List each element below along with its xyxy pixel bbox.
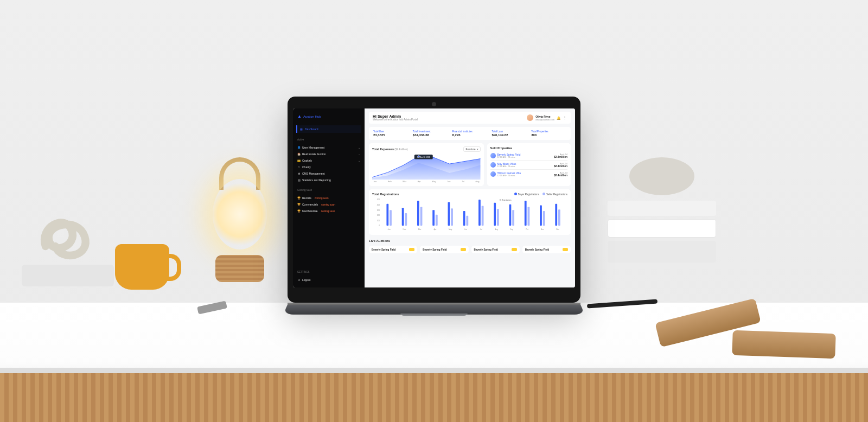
sidebar-item-label: Dashboard bbox=[305, 127, 318, 131]
svg-rect-25 bbox=[466, 216, 468, 226]
bell-icon[interactable]: 🔔 bbox=[557, 116, 560, 120]
user-email: olivia@auction.com bbox=[535, 118, 554, 121]
live-auction-card[interactable]: Beverly Spring Field bbox=[369, 246, 417, 253]
sidebar-item-charity[interactable]: ♡Charity bbox=[296, 164, 361, 170]
svg-text:Oct: Oct bbox=[526, 228, 528, 231]
sidebar-item-dashboard[interactable]: ▦ Dashboard bbox=[296, 125, 361, 133]
heart-icon: ♡ bbox=[297, 165, 301, 169]
building-icon: 🏠 bbox=[297, 152, 301, 156]
sidebar-item-merchandise[interactable]: 🏆Merchandisecoming soon bbox=[296, 208, 361, 214]
page-subtitle: Welcome to the Auction hub Admin Portal bbox=[373, 118, 418, 121]
total-expenses-card: Total Expenses ($2.4million) Furniture ▾… bbox=[369, 143, 484, 186]
page-title: Hi Super Admin bbox=[373, 114, 418, 118]
svg-text:Aug: Aug bbox=[495, 228, 498, 231]
property-name: Beverly Spring Field bbox=[497, 154, 521, 156]
stat-label: Total Properties bbox=[531, 130, 566, 133]
svg-rect-19 bbox=[436, 215, 438, 226]
svg-rect-36 bbox=[525, 201, 527, 226]
property-thumb bbox=[490, 153, 496, 158]
stat-value: 23,3625 bbox=[373, 133, 409, 137]
live-badge-icon bbox=[461, 248, 466, 251]
svg-text:Jul: Jul bbox=[480, 228, 482, 231]
user-icon: 👤 bbox=[297, 146, 301, 149]
more-icon[interactable]: ⋮ bbox=[563, 117, 567, 119]
chevron-down-icon: ⌄ bbox=[358, 159, 360, 162]
stone-slab bbox=[22, 265, 114, 286]
stats-row: Total User23,3625Total Investment$34,336… bbox=[369, 127, 571, 140]
sidebar-item-label: Merchandise bbox=[302, 209, 318, 213]
svg-rect-30 bbox=[494, 203, 496, 226]
card-title: Sold Properties bbox=[490, 146, 513, 150]
svg-rect-18 bbox=[432, 210, 435, 226]
sidebar-item-logout[interactable]: ⎋Logout bbox=[296, 277, 361, 283]
property-thumb bbox=[490, 171, 496, 177]
sidebar-section-settings: SETTINGS bbox=[296, 271, 361, 273]
sold-property-row[interactable]: Beverly Spring Field12:00 AM • 20 minsAp… bbox=[490, 151, 568, 161]
sidebar-item-capitals[interactable]: 💳Capitals⌄ bbox=[296, 157, 361, 164]
svg-text:Jan: Jan bbox=[388, 228, 391, 231]
trophy-icon: 🏆 bbox=[297, 209, 301, 213]
stat-total-loan: Total Loan$96,149.82 bbox=[492, 130, 527, 137]
property-name: May Black Villas bbox=[497, 163, 516, 165]
svg-rect-10 bbox=[390, 210, 392, 226]
expenses-filter-dropdown[interactable]: Furniture ▾ bbox=[463, 146, 480, 152]
current-user[interactable]: Olivia Rhye olivia@auction.com 🔔 ⋮ bbox=[527, 114, 567, 121]
stat-value: 300 bbox=[531, 133, 566, 137]
coming-soon-tag: coming soon bbox=[315, 197, 329, 200]
live-auction-card[interactable]: Beverly Spring Field bbox=[522, 246, 571, 253]
svg-text:200: 200 bbox=[377, 214, 380, 216]
auction-name: Beverly Spring Field bbox=[525, 248, 549, 251]
stat-label: Financial Institutes bbox=[452, 130, 488, 133]
svg-rect-43 bbox=[558, 209, 560, 226]
stat-total-user: Total User23,3625 bbox=[373, 130, 409, 137]
svg-rect-42 bbox=[555, 204, 557, 226]
expenses-chart: 08 Mar'16 1250 bbox=[372, 154, 481, 180]
expenses-xaxis: JanFebMarAprMayJunJulAug bbox=[372, 180, 481, 183]
main-content: Hi Super Admin Welcome to the Auction hu… bbox=[365, 108, 575, 287]
sidebar-item-rentals[interactable]: 🏆Rentalscoming soon bbox=[296, 195, 361, 201]
sidebar-item-commercials[interactable]: 🏆Commercialscoming soon bbox=[296, 201, 361, 208]
svg-text:Mar: Mar bbox=[418, 228, 422, 231]
book-stack bbox=[608, 201, 716, 263]
sidebar-section-coming: Coming Soon bbox=[296, 189, 361, 191]
sidebar-item-label: Commercials bbox=[302, 203, 318, 206]
sidebar-item-label: User Management bbox=[302, 146, 324, 149]
svg-rect-24 bbox=[463, 211, 465, 226]
sidebar-item-label: Rentals bbox=[302, 196, 311, 200]
live-auctions-row: Beverly Spring FieldBeverly Spring Field… bbox=[369, 246, 571, 253]
stat-label: Total Investment bbox=[413, 130, 448, 133]
sidebar-item-real-estate-auction[interactable]: 🏠Real Estate Auction⌄ bbox=[296, 151, 361, 157]
chevron-down-icon: ▾ bbox=[477, 148, 478, 151]
sold-property-row[interactable]: May Black Villas12:00 AM • 20 minsApril,… bbox=[490, 161, 568, 170]
sidebar-item-user-management[interactable]: 👤User Management⌄ bbox=[296, 144, 361, 151]
svg-rect-9 bbox=[386, 204, 388, 226]
svg-rect-37 bbox=[528, 207, 530, 226]
svg-text:Apr: Apr bbox=[433, 228, 437, 231]
brand-logo[interactable]: ▲ Auction Hub bbox=[296, 113, 361, 122]
property-price: $2.4million bbox=[554, 165, 567, 168]
total-registrations-card: Total Registrations Buyer Registrations … bbox=[369, 189, 571, 235]
sidebar-item-label: Statistics and Reporting bbox=[302, 178, 331, 182]
property-price: $2.4million bbox=[554, 174, 567, 177]
stat-value: $96,149.82 bbox=[492, 133, 527, 137]
chevron-down-icon: ⌄ bbox=[358, 146, 360, 149]
sidebar-item-cms-management[interactable]: ⚙CMS Management bbox=[296, 170, 361, 177]
stat-total-investment: Total Investment$34,336.68 bbox=[413, 130, 448, 137]
gear-icon: ⚙ bbox=[297, 172, 301, 175]
bowl bbox=[629, 157, 694, 195]
coffee-mug bbox=[115, 244, 169, 290]
live-auction-card[interactable]: Beverly Spring Field bbox=[471, 246, 520, 253]
svg-rect-13 bbox=[405, 213, 407, 226]
svg-rect-27 bbox=[478, 200, 481, 226]
brand-name: Auction Hub bbox=[303, 115, 321, 118]
svg-text:Feb: Feb bbox=[403, 228, 406, 231]
live-auction-card[interactable]: Beverly Spring Field bbox=[420, 246, 468, 253]
stat-label: Total User bbox=[373, 130, 409, 133]
logo-icon: ▲ bbox=[297, 114, 302, 119]
sold-property-row[interactable]: Tillicum Retreat Villa12:00 AM • 20 mins… bbox=[490, 170, 568, 178]
sidebar-item-statistics-and-reporting[interactable]: ▤Statistics and Reporting bbox=[296, 177, 361, 183]
paper-tube bbox=[732, 330, 835, 359]
coming-soon-tag: coming soon bbox=[321, 203, 335, 206]
live-badge-icon bbox=[512, 248, 517, 251]
property-price: $2.4million bbox=[554, 156, 567, 158]
